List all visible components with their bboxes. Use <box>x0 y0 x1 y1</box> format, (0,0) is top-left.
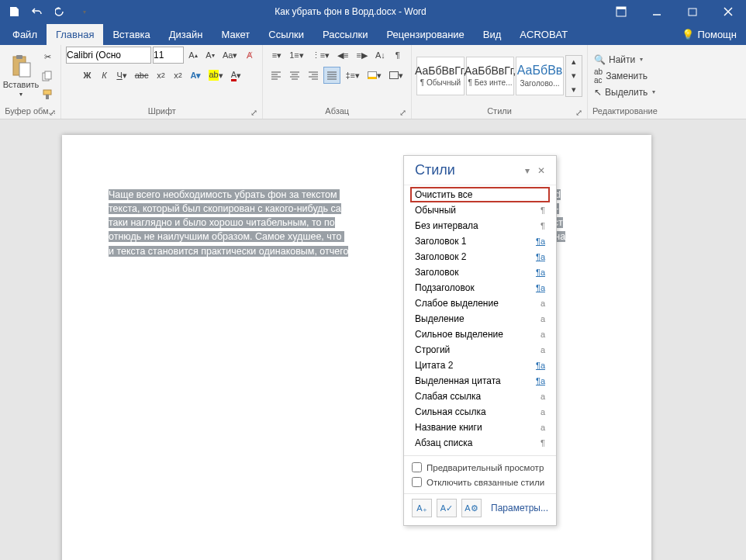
select-button[interactable]: ↖Выделить▾ <box>594 87 655 98</box>
style-item-3[interactable]: Заголовок 1¶a <box>410 233 550 249</box>
qat-customize-icon[interactable] <box>74 2 93 21</box>
decrease-indent-icon[interactable]: ◀≡ <box>334 47 351 64</box>
minimize-icon[interactable] <box>639 0 675 23</box>
style-item-12[interactable]: Выделенная цитата¶a <box>410 373 550 389</box>
undo-icon[interactable] <box>28 2 47 21</box>
styles-scroll-up-icon[interactable]: ▴ <box>566 56 582 68</box>
find-button[interactable]: 🔍Найти▾ <box>594 54 655 65</box>
style-item-9[interactable]: Сильное выделениеa <box>410 327 550 342</box>
styles-scroll-down-icon[interactable]: ▾ <box>566 70 582 82</box>
strikethrough-icon[interactable]: abc <box>132 67 152 84</box>
svg-rect-8 <box>45 71 51 79</box>
clipboard-launcher-icon[interactable]: ⤢ <box>48 108 56 116</box>
style-item-1[interactable]: Обычный¶ <box>410 202 550 218</box>
change-case-icon[interactable]: Aa▾ <box>219 47 240 64</box>
show-marks-icon[interactable]: ¶ <box>390 47 406 64</box>
style-item-16[interactable]: Абзац списка¶ <box>410 435 550 451</box>
styles-params-link[interactable]: Параметры... <box>491 503 548 513</box>
line-spacing-icon[interactable]: ‡≡▾ <box>342 67 363 84</box>
pane-options-icon[interactable]: ▾ <box>520 165 534 176</box>
increase-indent-icon[interactable]: ≡▶ <box>354 47 371 64</box>
tab-home[interactable]: Главная <box>47 24 103 45</box>
tab-acrobat[interactable]: ACROBAT <box>510 24 577 45</box>
justify-icon[interactable] <box>323 67 340 84</box>
manage-styles-icon[interactable]: A⚙ <box>461 499 482 517</box>
styles-pane-title: Стили <box>415 162 455 178</box>
tab-view[interactable]: Вид <box>474 24 511 45</box>
style-inspector-icon[interactable]: A✓ <box>437 499 457 517</box>
style-normal[interactable]: АаБбВвГг,¶ Обычный <box>416 57 465 95</box>
new-style-icon[interactable]: A₊ <box>412 499 432 517</box>
styles-launcher-icon[interactable]: ⤢ <box>575 108 582 116</box>
borders-icon[interactable]: ▾ <box>386 67 406 84</box>
italic-icon[interactable]: К <box>96 67 112 84</box>
underline-icon[interactable]: Ч▾ <box>113 67 130 84</box>
bold-icon[interactable]: Ж <box>79 67 95 84</box>
paragraph-launcher-icon[interactable]: ⤢ <box>399 108 406 116</box>
shrink-font-icon[interactable]: A▾ <box>202 47 218 64</box>
cut-icon[interactable]: ✂ <box>39 49 56 66</box>
highlight-icon[interactable]: ab▾ <box>205 67 226 84</box>
tab-mailings[interactable]: Рассылки <box>313 24 377 45</box>
close-icon[interactable] <box>710 0 746 23</box>
text-effects-icon[interactable]: A▾ <box>188 67 205 84</box>
maximize-icon[interactable] <box>675 0 710 23</box>
font-size-combo[interactable] <box>153 47 184 64</box>
group-styles: АаБбВвГг,¶ Обычный АаБбВвГг,¶ Без инте..… <box>412 45 588 119</box>
replace-button[interactable]: abacЗаменить <box>594 67 655 85</box>
document-area[interactable]: Чаще всего необходимость убрать фон за т… <box>0 119 746 560</box>
ribbon-display-icon[interactable] <box>603 0 639 23</box>
style-nospacing[interactable]: АаБбВвГг,¶ Без инте... <box>466 57 514 95</box>
tab-file[interactable]: Файл <box>3 24 47 45</box>
style-item-8[interactable]: Выделениеa <box>410 311 550 327</box>
style-item-7[interactable]: Слабое выделениеa <box>410 296 550 311</box>
style-item-14[interactable]: Сильная ссылкаa <box>410 404 550 420</box>
tab-layout[interactable]: Макет <box>212 24 259 45</box>
multilevel-icon[interactable]: ⋮≡▾ <box>309 47 333 64</box>
pane-close-icon[interactable]: ✕ <box>534 165 548 176</box>
style-item-0[interactable]: Очистить все <box>410 187 550 202</box>
format-painter-icon[interactable] <box>39 86 56 103</box>
align-right-icon[interactable] <box>305 67 322 84</box>
superscript-icon[interactable]: x2 <box>171 67 186 84</box>
page[interactable]: Чаще всего необходимость убрать фон за т… <box>62 135 651 560</box>
shading-icon[interactable]: ▾ <box>364 67 385 84</box>
align-left-icon[interactable] <box>268 67 285 84</box>
style-item-4[interactable]: Заголовок 2¶a <box>410 249 550 264</box>
style-item-11[interactable]: Цитата 2¶a <box>410 358 550 373</box>
style-item-6[interactable]: Подзаголовок¶a <box>410 280 550 296</box>
grow-font-icon[interactable]: A▴ <box>185 47 201 64</box>
style-item-2[interactable]: Без интервала¶ <box>410 218 550 233</box>
copy-icon[interactable] <box>39 67 56 85</box>
tab-review[interactable]: Рецензирование <box>377 24 473 45</box>
font-color-icon[interactable]: A▾ <box>228 67 244 84</box>
align-center-icon[interactable] <box>286 67 303 84</box>
styles-gallery[interactable]: АаБбВвГг,¶ Обычный АаБбВвГг,¶ Без инте..… <box>416 55 582 97</box>
svg-rect-5 <box>16 55 22 59</box>
preview-checkbox[interactable]: Предварительный просмотр <box>412 462 548 472</box>
bullets-icon[interactable]: ≡▾ <box>269 47 285 64</box>
tab-references[interactable]: Ссылки <box>259 24 313 45</box>
font-launcher-icon[interactable]: ⤢ <box>250 108 257 116</box>
paste-button[interactable]: Вставить ▾ <box>5 50 37 101</box>
style-item-13[interactable]: Слабая ссылкаa <box>410 389 550 404</box>
redo-icon[interactable] <box>51 2 70 21</box>
style-heading1[interactable]: АаБбВвЗаголово... <box>516 57 564 95</box>
paste-label: Вставить <box>3 80 40 89</box>
numbering-icon[interactable]: 1≡▾ <box>286 47 307 64</box>
subscript-icon[interactable]: x2 <box>154 67 169 84</box>
group-clipboard: Вставить ▾ ✂ Буфер обм...⤢ <box>0 45 61 119</box>
font-name-combo[interactable] <box>66 47 151 64</box>
style-item-10[interactable]: Строгийa <box>410 342 550 358</box>
styles-more-icon[interactable]: ▾ <box>566 84 582 96</box>
sort-icon[interactable]: A↓ <box>372 47 389 64</box>
style-item-5[interactable]: Заголовок¶a <box>410 264 550 280</box>
style-item-15[interactable]: Название книгиa <box>410 420 550 435</box>
tab-insert[interactable]: Вставка <box>103 24 159 45</box>
clear-formatting-icon[interactable]: A̸ <box>242 47 257 64</box>
disable-linked-checkbox[interactable]: Отключить связанные стили <box>412 477 548 487</box>
save-icon[interactable] <box>5 2 23 21</box>
tell-me[interactable]: 💡 Помощн <box>672 24 746 45</box>
tab-design[interactable]: Дизайн <box>160 24 212 45</box>
svg-rect-9 <box>43 90 51 95</box>
